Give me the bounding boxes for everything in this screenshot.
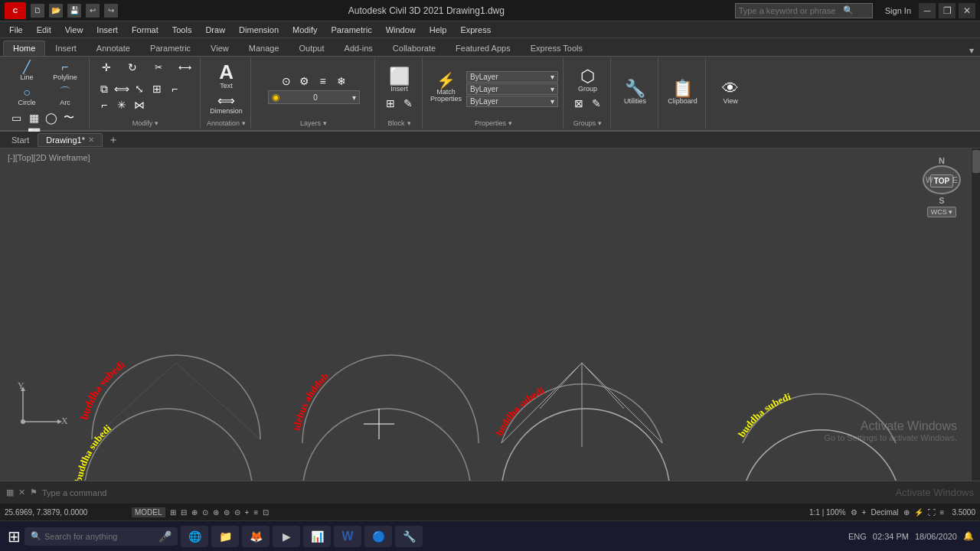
cmdline-icon2[interactable]: ⚑ — [30, 487, 38, 497]
tab-view[interactable]: View — [201, 41, 239, 56]
menu-dimension[interactable]: Dimension — [233, 24, 285, 36]
cleanscreen-btn[interactable]: ⛶ — [928, 508, 936, 517]
view-btn[interactable]: 👁 View — [718, 79, 743, 107]
search-icon[interactable]: 🔍 — [843, 5, 854, 15]
layer-state-btn[interactable]: ≡ — [315, 73, 332, 89]
tool-chamfer[interactable]: ⌐ — [96, 97, 113, 112]
cmdline-close-btn[interactable]: ✕ — [18, 487, 25, 497]
menu-modify[interactable]: Modify — [286, 24, 323, 36]
tool-copy[interactable]: ⧉ — [96, 81, 113, 96]
taskbar-explorer[interactable]: 📁 — [211, 526, 239, 547]
match-properties-btn[interactable]: ⚡ MatchProperties — [429, 71, 463, 106]
menu-draw[interactable]: Draw — [199, 24, 231, 36]
tool-ellipse[interactable]: ◯ — [43, 110, 60, 126]
create-block-btn[interactable]: ⊞ — [382, 96, 399, 111]
tool-extend[interactable]: ⟷ — [172, 60, 197, 74]
group-properties-expand[interactable]: ▾ — [508, 119, 512, 127]
tab-home[interactable]: Home — [3, 41, 45, 56]
snap-mode-btn[interactable]: ⊟ — [181, 508, 187, 517]
ortho-btn[interactable]: ⊕ — [191, 508, 198, 517]
tp-btn[interactable]: ⊡ — [263, 508, 269, 517]
layer-freeze-btn[interactable]: ❄ — [333, 73, 350, 89]
tool-arc[interactable]: ⌒ Arc — [47, 85, 83, 109]
tool-group[interactable]: ⬡ Group — [576, 67, 600, 95]
close-btn[interactable]: ✕ — [959, 3, 975, 18]
tab-add[interactable]: ＋ — [103, 131, 124, 149]
menu-file[interactable]: File — [3, 24, 29, 36]
tool-scale[interactable]: ⤡ — [131, 81, 148, 96]
tab-collaborate[interactable]: Collaborate — [383, 41, 446, 56]
tool-rect[interactable]: ▭ — [8, 110, 24, 126]
open-btn[interactable]: 📂 — [49, 4, 63, 18]
notification-btn[interactable]: 🔔 — [963, 531, 974, 541]
group-block-label[interactable]: Block ▾ — [388, 118, 411, 127]
tab-start[interactable]: Start — [3, 133, 38, 147]
scale-display[interactable]: 1:1 | 100% — [809, 508, 846, 517]
group-groups-expand[interactable]: ▾ — [598, 119, 602, 127]
tool-line[interactable]: ╱ Line — [8, 60, 45, 83]
tab-annotate[interactable]: Annotate — [87, 41, 140, 56]
grid-display-btn[interactable]: ⊞ — [170, 508, 176, 517]
menu-parametric[interactable]: Parametric — [325, 24, 377, 36]
tab-insert[interactable]: Insert — [45, 41, 87, 56]
menu-view[interactable]: View — [59, 24, 90, 36]
taskbar-word[interactable]: W — [334, 526, 361, 547]
minimize-btn[interactable]: ─ — [919, 3, 936, 18]
taskbar-app[interactable]: 🔧 — [395, 526, 423, 547]
tool-mirror[interactable]: ⟺ — [113, 81, 130, 96]
win-start-btn[interactable]: ⊞ — [6, 529, 21, 544]
menu-tools[interactable]: Tools — [166, 24, 198, 36]
group-modify-label[interactable]: Modify ▾ — [132, 118, 159, 127]
ribbon-collapse-btn[interactable]: ▾ — [966, 45, 977, 56]
signin-btn[interactable]: Sign In — [880, 6, 916, 15]
settings-btn[interactable]: ⚙ — [851, 508, 858, 517]
tool-circle[interactable]: ○ Circle — [8, 85, 45, 109]
taskbar-firefox[interactable]: 🦊 — [242, 526, 270, 547]
tool-join[interactable]: ⋈ — [131, 97, 148, 112]
group-edit-btn[interactable]: ✎ — [588, 96, 605, 111]
tool-text[interactable]: A Text — [214, 60, 239, 92]
group-properties-label[interactable]: Properties ▾ — [475, 118, 512, 127]
layer-prev-btn[interactable]: ⊙ — [278, 73, 295, 89]
group-block-expand[interactable]: ▾ — [407, 119, 411, 127]
tool-insert-block[interactable]: ⬜ Insert — [387, 67, 412, 95]
tool-polyline[interactable]: ⌐ Polyline — [47, 60, 83, 83]
zoom-in-btn[interactable]: + — [862, 508, 867, 517]
tab-expresstools[interactable]: Express Tools — [521, 41, 593, 56]
cmdline-icon1[interactable]: ▦ — [6, 487, 14, 497]
tool-dimension[interactable]: ⟺ Dimension — [208, 93, 244, 117]
dynmode-btn[interactable]: + — [245, 508, 250, 517]
menu-window[interactable]: Window — [380, 24, 422, 36]
layer-dropdown[interactable]: ◉ 0 ▾ — [268, 90, 360, 104]
block-editor-btn[interactable]: ✎ — [400, 96, 416, 111]
color-dropdown[interactable]: ByLayer▾ — [466, 71, 558, 83]
tab-drawing1[interactable]: Drawing1* ✕ — [38, 133, 103, 147]
group-modify-expand[interactable]: ▾ — [155, 119, 158, 127]
tool-fillet[interactable]: ⌐ — [166, 81, 183, 96]
scrollbar-v-thumb[interactable] — [972, 150, 980, 173]
menu-insert[interactable]: Insert — [90, 24, 124, 36]
osnap-btn[interactable]: ⊛ — [213, 508, 219, 517]
mic-icon[interactable]: 🎤 — [158, 530, 172, 543]
lw-btn[interactable]: ≡ — [253, 508, 258, 517]
tool-rotate[interactable]: ↻ — [120, 60, 145, 75]
tool-explode[interactable]: ✳ — [113, 97, 130, 112]
scrollbar-vertical[interactable] — [971, 148, 980, 481]
utilities-btn[interactable]: 🔧 Utilities — [622, 79, 648, 107]
ungroup-btn[interactable]: ⊠ — [570, 96, 587, 111]
taskbar-autocad[interactable]: 🔵 — [364, 526, 392, 547]
taskbar-excel[interactable]: 📊 — [303, 526, 331, 547]
group-layers-label[interactable]: Layers ▾ — [300, 118, 327, 127]
taskbar-search[interactable]: 🔍 🎤 — [24, 527, 178, 546]
restore-btn[interactable]: ❐ — [939, 3, 956, 18]
tool-move[interactable]: ✛ — [94, 60, 119, 75]
clipboard-btn[interactable]: 📋 Clipboard — [666, 79, 699, 107]
save-btn[interactable]: 💾 — [67, 4, 81, 18]
redo-btn[interactable]: ↪ — [104, 4, 118, 18]
group-layers-expand[interactable]: ▾ — [323, 119, 327, 127]
tool-array[interactable]: ⊞ — [149, 81, 165, 96]
menu-help[interactable]: Help — [423, 24, 453, 36]
menu-format[interactable]: Format — [126, 24, 165, 36]
layer-manager-btn[interactable]: ⚙ — [296, 73, 313, 89]
ducs-btn[interactable]: ⊝ — [234, 508, 240, 517]
